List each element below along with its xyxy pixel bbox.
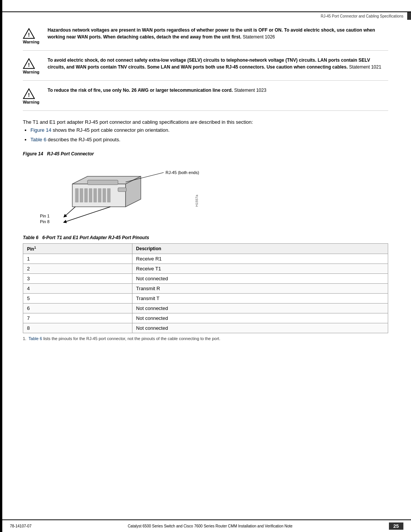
warning-label-3: Warning (23, 100, 40, 104)
footnote-table-link[interactable]: Table 6 (29, 336, 42, 341)
figure-diagram: Pin 1 Pin 8 RJ-45 (both ends) H1557a (34, 161, 225, 226)
svg-text:Pin 1: Pin 1 (40, 214, 49, 218)
svg-text:H1557a: H1557a (195, 195, 199, 207)
svg-text:!: ! (28, 62, 30, 68)
table-section: Table 6 6-Port T1 and E1 Port Adapter RJ… (23, 235, 388, 341)
warning-block-2: ! Warning To avoid electric shock, do no… (23, 57, 388, 81)
svg-rect-9 (88, 180, 118, 185)
warning-block-3: ! Warning To reduce the risk of fire, us… (23, 87, 388, 111)
cell-description: Transmit T (132, 294, 388, 304)
cell-pin: 1 (23, 254, 132, 264)
footer-center: Catalyst 6500 Series Switch and Cisco 76… (32, 524, 389, 528)
warning-icon-col-3: ! Warning (23, 87, 44, 104)
table-body: 1Receive R12Receive T13Not connected4Tra… (23, 254, 388, 333)
svg-rect-15 (98, 189, 101, 202)
connector-svg: Pin 1 Pin 8 RJ-45 (both ends) H1557a (34, 161, 225, 226)
table-link[interactable]: Table 6 (30, 137, 46, 142)
left-border (0, 0, 2, 532)
cell-description: Not connected (132, 274, 388, 284)
svg-rect-13 (89, 189, 92, 202)
svg-rect-18 (118, 188, 126, 192)
cell-description: Not connected (132, 304, 388, 313)
body-intro: The T1 and E1 port adapter RJ-45 port co… (23, 118, 388, 144)
cell-description: Not connected (132, 313, 388, 323)
figure-link[interactable]: Figure 14 (30, 127, 51, 133)
table-row: 8Not connected (23, 323, 388, 333)
cell-pin: 2 (23, 264, 132, 274)
svg-line-19 (65, 207, 75, 216)
table-row: 1Receive R1 (23, 254, 388, 264)
bullet-2: Table 6 describes the RJ-45 port pinouts… (30, 136, 388, 144)
warning-icon-col-1: ! Warning (23, 27, 44, 44)
footer-left: 78-14107-07 (10, 524, 32, 528)
warning-text-col-3: To reduce the risk of fire, use only No.… (44, 87, 388, 94)
cell-description: Receive T1 (132, 264, 388, 274)
warning-text-3: To reduce the risk of fire, use only No.… (48, 88, 266, 93)
bullet-2-text: describes the RJ-45 port pinouts. (48, 137, 121, 142)
svg-text:!: ! (28, 32, 30, 38)
warning-text-1: Hazardous network voltages are present i… (48, 27, 375, 40)
warning-statement-1: Statement 1026 (243, 34, 275, 40)
svg-rect-14 (94, 189, 97, 202)
cell-pin: 7 (23, 313, 132, 323)
svg-text:Pin 8: Pin 8 (40, 219, 49, 224)
cell-pin: 3 (23, 274, 132, 284)
warning-block-1: ! Warning Hazardous network voltages are… (23, 27, 388, 51)
table-row: 2Receive T1 (23, 264, 388, 274)
warning-text-col-1: Hazardous network voltages are present i… (44, 27, 388, 40)
table-row: 4Transmit R (23, 284, 388, 294)
warning-icon-3: ! (23, 88, 35, 100)
bullet-1-text: shows the RJ-45 port cable connector pin… (53, 127, 170, 133)
table-row: 5Transmit T (23, 294, 388, 304)
figure-section: Figure 14 RJ-45 Port Connector (23, 151, 388, 226)
intro-paragraph: The T1 and E1 port adapter RJ-45 port co… (23, 118, 388, 126)
warning-label-1: Warning (23, 40, 40, 44)
svg-line-20 (65, 207, 110, 222)
footer-page-number: 25 (389, 522, 403, 530)
cell-pin: 6 (23, 304, 132, 313)
svg-text:RJ-45 (both ends): RJ-45 (both ends) (166, 170, 199, 175)
warning-label-2: Warning (23, 70, 40, 74)
svg-text:!: ! (28, 92, 30, 98)
warning-text-2: To avoid electric shock, do not connect … (48, 58, 381, 70)
table-row: 6Not connected (23, 304, 388, 313)
figure-title: Figure 14 RJ-45 Port Connector (23, 151, 388, 157)
warning-statement-3: Statement 1023 (234, 88, 266, 93)
svg-rect-17 (107, 189, 110, 202)
header-title: RJ-45 Port Connector and Cabling Specifi… (321, 14, 403, 18)
svg-rect-11 (80, 189, 83, 202)
table-footnote: 1. Table 6 lists the pinouts for the RJ-… (23, 336, 388, 341)
svg-rect-12 (84, 189, 88, 202)
footnote-text: lists the pinouts for the RJ-45 port con… (43, 336, 220, 341)
warning-icon-1: ! (23, 27, 35, 40)
table-title: Table 6 6-Port T1 and E1 Port Adapter RJ… (23, 235, 388, 240)
page-footer: 78-14107-07 Catalyst 6500 Series Switch … (2, 519, 411, 532)
main-content: ! Warning Hazardous network voltages are… (23, 27, 388, 371)
warning-text-col-2: To avoid electric shock, do not connect … (44, 57, 388, 70)
bullet-list: Figure 14 shows the RJ-45 port cable con… (30, 126, 388, 144)
page-header: RJ-45 Port Connector and Cabling Specifi… (2, 11, 411, 20)
cell-description: Receive R1 (132, 254, 388, 264)
cell-pin: 8 (23, 323, 132, 333)
warning-icon-col-2: ! Warning (23, 57, 44, 74)
warning-icon-2: ! (23, 58, 35, 70)
cell-description: Not connected (132, 323, 388, 333)
cell-pin: 4 (23, 284, 132, 294)
col-description: Description (132, 244, 388, 254)
pinout-table: Pin1 Description 1Receive R12Receive T13… (23, 243, 388, 333)
bullet-1: Figure 14 shows the RJ-45 port cable con… (30, 126, 388, 134)
table-row: 3Not connected (23, 274, 388, 284)
svg-rect-10 (75, 189, 78, 202)
table-row: 7Not connected (23, 313, 388, 323)
cell-description: Transmit R (132, 284, 388, 294)
col-pin: Pin1 (23, 244, 132, 254)
svg-rect-16 (103, 189, 106, 202)
warning-statement-2: Statement 1021 (349, 64, 381, 70)
cell-pin: 5 (23, 294, 132, 304)
table-header-row: Pin1 Description (23, 244, 388, 254)
